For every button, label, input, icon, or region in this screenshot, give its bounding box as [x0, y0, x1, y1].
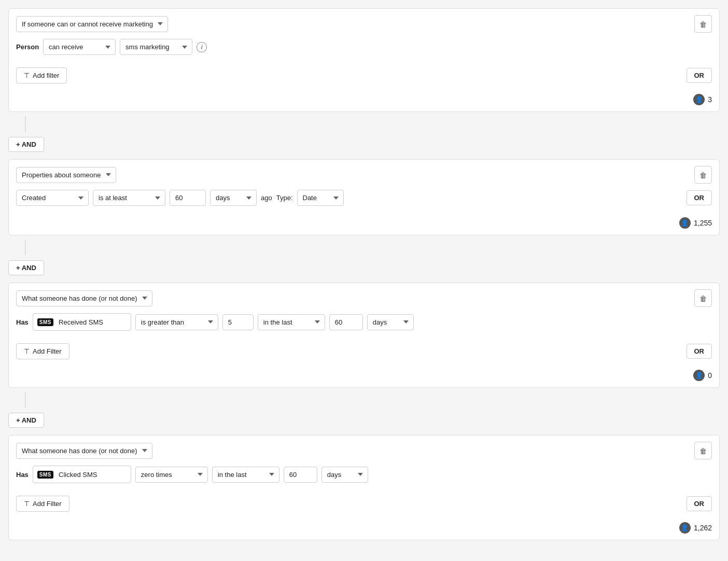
condition-select-4[interactable]: is greater than is less than is equal to…	[135, 467, 208, 483]
block2-filter-row: Created Email Phone is at least is at mo…	[16, 190, 712, 206]
trash-icon-4	[699, 446, 707, 455]
block3-delete-button[interactable]	[694, 289, 712, 307]
property-value-input[interactable]	[170, 190, 206, 206]
time-value-input-4[interactable]	[284, 467, 317, 483]
block3-or-button[interactable]: OR	[687, 344, 712, 359]
block2-count: 1,255	[694, 219, 712, 227]
block2-or-button[interactable]: OR	[687, 190, 712, 205]
time-value-input-3[interactable]	[329, 314, 363, 330]
block2-delete-button[interactable]	[694, 166, 712, 184]
property-time-unit-select[interactable]: days weeks months	[210, 190, 257, 206]
trash-icon-3	[699, 294, 707, 303]
block4-body: Has SMS Received SMS Clicked SMS Opened …	[9, 466, 719, 490]
sms-badge-3: SMS	[37, 318, 53, 326]
person-count-icon-4: 👤	[679, 522, 691, 534]
block4-header: What someone has done (or not done)	[9, 436, 719, 466]
block1-right: OR	[687, 68, 712, 83]
block3-footer: ⊤ Add Filter OR	[9, 338, 719, 366]
person-condition-select[interactable]: can receive cannot receive	[43, 39, 116, 55]
and-connector-1: + AND	[8, 116, 720, 157]
and-button-2[interactable]: + AND	[8, 260, 44, 275]
time-range-select-3[interactable]: in the last in the next at least once	[258, 314, 325, 330]
block1-delete-button[interactable]	[694, 15, 712, 33]
block3-add-filter-button[interactable]: ⊤ Add Filter	[16, 343, 69, 359]
trash-icon-2	[699, 171, 707, 179]
condition-select-3[interactable]: is greater than is less than is equal to…	[135, 314, 218, 330]
person-count-icon-1: 👤	[693, 94, 705, 105]
divider-1	[25, 116, 26, 132]
time-unit-select-3[interactable]: days weeks months	[367, 314, 414, 330]
block3-header: What someone has done (or not done)	[9, 283, 719, 313]
block4-or-button[interactable]: OR	[687, 496, 712, 511]
event-select-3[interactable]: Received SMS Clicked SMS Opened Email	[59, 318, 121, 326]
type-label: Type:	[276, 194, 293, 202]
block2-type-select[interactable]: Properties about someone	[16, 167, 116, 183]
block1-count-row: 👤 3	[9, 90, 719, 111]
page-wrapper: If someone can or cannot receive marketi…	[0, 0, 728, 553]
block4-count-row: 👤 1,262	[9, 518, 719, 540]
property-condition-select[interactable]: is at least is at most is equal to	[93, 190, 165, 206]
block3-body: Has SMS Received SMS Clicked SMS Opened …	[9, 313, 719, 338]
filter-block-2: Properties about someone Created Email P…	[8, 159, 720, 235]
trash-icon	[699, 20, 707, 29]
block4-type-select[interactable]: What someone has done (or not done)	[16, 443, 152, 459]
and-button-3[interactable]: + AND	[8, 413, 44, 428]
value-input-3[interactable]	[222, 314, 254, 330]
block4-count: 1,262	[694, 524, 712, 532]
event-select-4[interactable]: Received SMS Clicked SMS Opened Email	[59, 471, 121, 479]
block3-count-row: 👤 0	[9, 366, 719, 387]
person-label: Person	[16, 43, 39, 51]
divider-2	[25, 240, 26, 255]
block1-count: 3	[708, 95, 712, 104]
ago-label: ago	[261, 194, 272, 202]
block2-body: Created Email Phone is at least is at mo…	[9, 190, 719, 213]
block1-add-filter-button[interactable]: ⊤ Add filter	[16, 67, 67, 83]
property-select[interactable]: Created Email Phone	[16, 190, 89, 206]
and-connector-3: + AND	[8, 392, 720, 433]
has-label-4: Has	[16, 471, 29, 479]
person-count-icon-2: 👤	[679, 217, 691, 229]
block1-or-button[interactable]: OR	[687, 68, 712, 83]
filter-funnel-icon-3: ⊤	[24, 347, 30, 355]
marketing-type-select[interactable]: sms marketing email marketing	[120, 39, 192, 55]
person-count-icon-3: 👤	[693, 370, 705, 381]
block3-filter-row: Has SMS Received SMS Clicked SMS Opened …	[16, 313, 712, 331]
block1-filter-row: Person can receive cannot receive sms ma…	[16, 39, 712, 55]
filter-funnel-icon-4: ⊤	[24, 500, 30, 508]
block1-footer: ⊤ Add filter OR	[9, 62, 719, 90]
block1-header: If someone can or cannot receive marketi…	[9, 9, 719, 39]
time-range-select-4[interactable]: in the last in the next at least once	[212, 467, 279, 483]
block4-delete-button[interactable]	[694, 442, 712, 459]
has-label-3: Has	[16, 318, 29, 326]
event-select-wrapper-3: SMS Received SMS Clicked SMS Opened Emai…	[33, 313, 131, 331]
and-button-1[interactable]: + AND	[8, 137, 44, 152]
block4-add-filter-button[interactable]: ⊤ Add Filter	[16, 496, 69, 512]
filter-block-3: What someone has done (or not done) Has …	[8, 283, 720, 388]
filter-block-1: If someone can or cannot receive marketi…	[8, 8, 720, 112]
block3-count: 0	[708, 371, 712, 380]
add-filter-label: Add filter	[33, 72, 59, 79]
block4-footer: ⊤ Add Filter OR	[9, 490, 719, 518]
and-connector-2: + AND	[8, 240, 720, 280]
divider-3	[25, 392, 26, 408]
block3-type-select[interactable]: What someone has done (or not done)	[16, 290, 152, 306]
add-filter-label-3: Add Filter	[33, 347, 62, 355]
filter-block-4: What someone has done (or not done) Has …	[8, 435, 720, 540]
info-icon[interactable]: i	[197, 42, 207, 52]
event-select-wrapper-4: SMS Received SMS Clicked SMS Opened Emai…	[33, 466, 131, 483]
block2-header: Properties about someone	[9, 160, 719, 190]
filter-funnel-icon: ⊤	[24, 72, 30, 79]
block1-type-select[interactable]: If someone can or cannot receive marketi…	[16, 16, 168, 32]
time-unit-select-4[interactable]: days weeks months	[321, 467, 368, 483]
date-type-select[interactable]: Date Number	[297, 190, 344, 206]
sms-badge-4: SMS	[37, 471, 53, 479]
block1-body: Person can receive cannot receive sms ma…	[9, 39, 719, 62]
block4-filter-row: Has SMS Received SMS Clicked SMS Opened …	[16, 466, 712, 483]
block2-count-row: 👤 1,255	[9, 213, 719, 235]
add-filter-label-4: Add Filter	[33, 500, 62, 508]
